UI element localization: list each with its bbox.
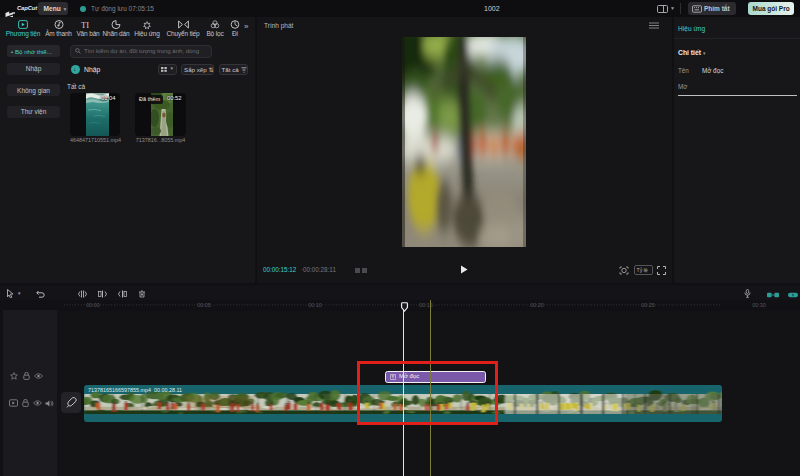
svg-text:71378165166597855.mp4 00.00.2: 71378165166597855.mp4 00.00.28.11 (88, 387, 182, 393)
